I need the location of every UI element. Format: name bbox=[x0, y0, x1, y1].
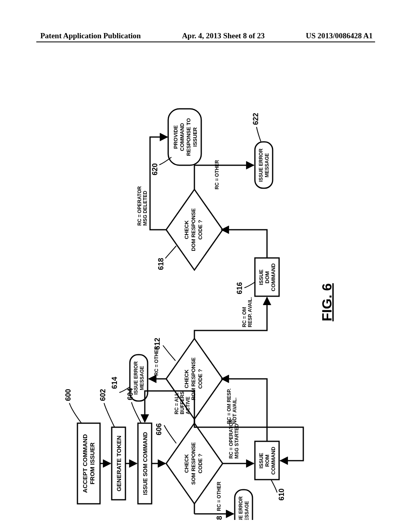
page-header: Patent Application Publication Apr. 4, 2… bbox=[0, 31, 413, 40]
n620-l2: COMMAND bbox=[179, 123, 185, 151]
svg-text:MSG STARTED: MSG STARTED bbox=[234, 424, 240, 459]
edge-612-610: RC = OM RESP. NOT AVAIL. bbox=[194, 389, 303, 461]
svg-text:CHECK: CHECK bbox=[184, 220, 190, 239]
node-620: PROVIDE COMMAND RESPONSE TO ISSUER 620 bbox=[151, 109, 201, 175]
svg-text:618: 618 bbox=[157, 258, 165, 270]
node-616: ISSUE DOM COMMAND 616 bbox=[236, 258, 279, 296]
svg-text:CHECK: CHECK bbox=[184, 369, 190, 388]
n618-l1: CHECK bbox=[184, 220, 190, 239]
header-mid: Apr. 4, 2013 Sheet 8 of 23 bbox=[182, 31, 265, 40]
page: Patent Application Publication Apr. 4, 2… bbox=[0, 0, 413, 532]
ref-614: 614 bbox=[111, 377, 119, 389]
svg-text:RC = OTHER: RC = OTHER bbox=[216, 482, 222, 511]
svg-text:ROM: ROM bbox=[264, 455, 270, 467]
svg-text:ROM RESPONSE: ROM RESPONSE bbox=[190, 357, 196, 401]
svg-text:ISSUE: ISSUE bbox=[258, 453, 264, 468]
header-right: US 2013/0086428 A1 bbox=[306, 31, 373, 40]
svg-text:PROVIDE: PROVIDE bbox=[173, 125, 179, 149]
svg-text:NOT AVAIL.: NOT AVAIL. bbox=[232, 397, 238, 424]
n622-l1: ISSUE ERROR bbox=[258, 148, 264, 182]
svg-text:COMMAND: COMMAND bbox=[270, 447, 276, 474]
edge-612-616: RC = OM RESP. AVAIL. bbox=[194, 297, 267, 339]
svg-text:ISSUE: ISSUE bbox=[258, 269, 264, 285]
n616-l1: ISSUE bbox=[258, 269, 264, 285]
e612_616-l1: RC = OM bbox=[242, 307, 247, 327]
n620-l1: PROVIDE bbox=[173, 125, 179, 149]
ref-600: 600 bbox=[64, 389, 72, 401]
edge-606-610: RC = OPERATOR MSG STARTED bbox=[223, 419, 254, 463]
node-618: CHECK DOM RESPONSE CODE ? 618 bbox=[157, 189, 223, 270]
svg-text:602: 602 bbox=[99, 389, 107, 401]
svg-text:600: 600 bbox=[64, 389, 72, 401]
ref-602: 602 bbox=[99, 389, 107, 401]
node-622: ISSUE ERROR MESSAGE 622 bbox=[252, 113, 273, 188]
ref-606: 606 bbox=[155, 423, 163, 435]
e618_620-l1: RC = OPERATOR bbox=[137, 186, 142, 226]
n612-l1: CHECK bbox=[184, 369, 190, 388]
svg-text:614: 614 bbox=[111, 377, 119, 389]
svg-text:CHECK: CHECK bbox=[184, 454, 190, 473]
svg-text:ISSUE SOM COMMAND: ISSUE SOM COMMAND bbox=[142, 432, 148, 495]
svg-text:MESSAGE: MESSAGE bbox=[244, 501, 250, 520]
svg-text:ISSUE ERROR: ISSUE ERROR bbox=[258, 148, 264, 182]
figure-wrap: ACCEPT COMMAND FROM ISSUER 600 GENERATE … bbox=[0, 64, 413, 508]
n614-l1: ISSUE ERROR bbox=[133, 361, 139, 395]
n616-l3: COMMAND bbox=[270, 263, 276, 291]
svg-text:RESPONSE TO: RESPONSE TO bbox=[186, 118, 192, 156]
svg-text:606: 606 bbox=[155, 423, 163, 435]
svg-text:MESSAGE: MESSAGE bbox=[139, 366, 145, 390]
svg-text:ACCEPT COMMAND: ACCEPT COMMAND bbox=[81, 434, 88, 493]
n606-l2: SOM RESPONSE bbox=[190, 442, 196, 485]
edge-606-608: RC = OTHER bbox=[194, 482, 234, 514]
n622-l2: MESSAGE bbox=[264, 153, 270, 177]
n620-l3: RESPONSE TO bbox=[186, 118, 192, 156]
svg-text:RC = OTHER: RC = OTHER bbox=[214, 160, 220, 189]
svg-text:COMMAND: COMMAND bbox=[270, 263, 276, 291]
e606_610-l1: RC = OPERATOR bbox=[228, 419, 234, 459]
svg-text:RC = OM RESP.: RC = OM RESP. bbox=[226, 389, 232, 424]
ref-622: 622 bbox=[252, 113, 260, 125]
ref-616: 616 bbox=[236, 282, 244, 294]
n600-l1: ACCEPT COMMAND bbox=[81, 434, 88, 493]
svg-rect-67 bbox=[255, 142, 273, 188]
ref-618: 618 bbox=[157, 258, 165, 270]
n608-l2: MESSAGE bbox=[244, 501, 250, 520]
n612-l2: ROM RESPONSE bbox=[190, 357, 196, 401]
n618-l2: DOM RESPONSE bbox=[190, 208, 196, 251]
svg-text:RC = OM: RC = OM bbox=[242, 307, 247, 327]
ref-610: 610 bbox=[277, 488, 286, 501]
header-left: Patent Application Publication bbox=[40, 31, 141, 40]
svg-rect-23 bbox=[235, 490, 252, 520]
svg-text:MSG DELETED: MSG DELETED bbox=[142, 191, 148, 226]
svg-text:COMMAND: COMMAND bbox=[179, 123, 185, 151]
e606_610-l2: MSG STARTED bbox=[234, 424, 240, 459]
e612_610-l2: NOT AVAIL. bbox=[232, 397, 238, 424]
svg-text:ISSUE ERROR: ISSUE ERROR bbox=[133, 361, 139, 395]
svg-text:RC = OPERATOR: RC = OPERATOR bbox=[137, 186, 142, 226]
edge-612-614: RC = OTHER bbox=[149, 346, 166, 379]
edge-618-620: RC = OPERATOR MSG DELETED bbox=[137, 137, 167, 230]
svg-text:620: 620 bbox=[151, 163, 159, 175]
n604-t: ISSUE SOM COMMAND bbox=[142, 432, 148, 495]
n602-t: GENERATE TOKEN bbox=[115, 436, 122, 492]
svg-text:MESSAGE: MESSAGE bbox=[264, 153, 270, 177]
e618_622: RC = OTHER bbox=[214, 160, 220, 189]
svg-text:DOM RESPONSE: DOM RESPONSE bbox=[190, 208, 196, 251]
n600-l2: FROM ISSUER bbox=[89, 443, 96, 484]
n610-l3: COMMAND bbox=[270, 447, 276, 474]
edge-606-604: RC = ALL BUFFERS ACTIVE bbox=[145, 391, 194, 423]
e612_616-l2: RESP. AVAIL. bbox=[247, 297, 253, 327]
svg-text:ISSUE ERROR: ISSUE ERROR bbox=[238, 496, 244, 520]
svg-text:RC = OPERATOR: RC = OPERATOR bbox=[228, 419, 234, 459]
n610-l2: ROM bbox=[264, 455, 270, 467]
svg-text:CODE ?: CODE ? bbox=[197, 453, 203, 473]
edge-618-622: RC = OTHER bbox=[194, 160, 254, 189]
svg-text:608: 608 bbox=[215, 516, 223, 520]
header-rule bbox=[36, 42, 375, 42]
svg-text:CODE ?: CODE ? bbox=[197, 369, 203, 389]
svg-text:610: 610 bbox=[277, 488, 286, 501]
n606-l1: CHECK bbox=[184, 454, 190, 473]
e618_620-l2: MSG DELETED bbox=[142, 191, 148, 226]
n618-l3: CODE ? bbox=[197, 220, 203, 239]
n616-l2: DOM bbox=[264, 271, 270, 283]
